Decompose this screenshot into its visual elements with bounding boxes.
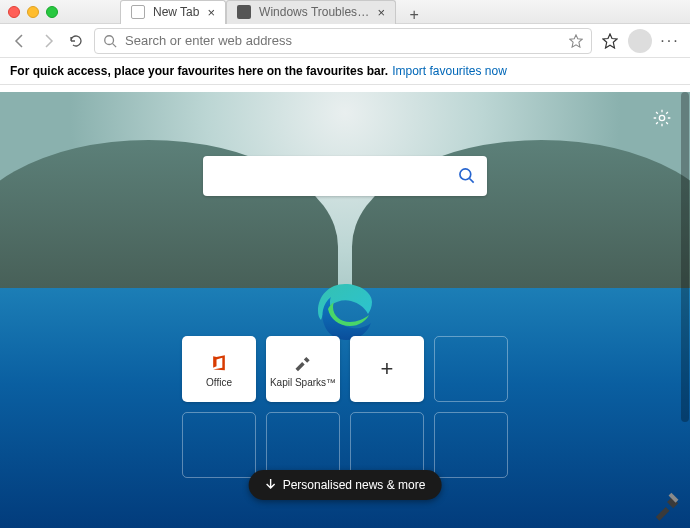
search-icon	[103, 34, 117, 48]
hammer-icon	[292, 351, 314, 373]
address-input[interactable]	[125, 33, 561, 48]
page-icon	[131, 5, 145, 19]
tile-add[interactable]: +	[350, 336, 424, 402]
svg-point-2	[460, 169, 471, 180]
gear-icon	[652, 108, 672, 128]
arrow-right-icon	[40, 33, 56, 49]
page-icon	[237, 5, 251, 19]
tile-kapil-sparks[interactable]: Kapil Sparks™	[266, 336, 340, 402]
tile-label: Office	[206, 377, 232, 388]
tile-empty[interactable]	[182, 412, 256, 478]
window-close-button[interactable]	[8, 6, 20, 18]
import-favourites-link[interactable]: Import favourites now	[392, 64, 507, 78]
browser-tab-strip: New Tab × Windows Troubleshooting, Ho… ×…	[120, 0, 424, 24]
watermark-icon	[652, 492, 682, 522]
tab-new-tab[interactable]: New Tab ×	[120, 0, 226, 24]
news-button-label: Personalised news & more	[283, 478, 426, 492]
browser-toolbar: ···	[0, 24, 690, 58]
tile-office[interactable]: Office	[182, 336, 256, 402]
refresh-button[interactable]	[66, 31, 86, 51]
menu-button[interactable]: ···	[660, 31, 680, 51]
scrollbar-thumb[interactable]	[681, 92, 689, 422]
new-tab-page: Office Kapil Sparks™ + Personalised news…	[0, 92, 690, 528]
forward-button[interactable]	[38, 31, 58, 51]
edge-logo	[313, 280, 377, 344]
search-icon[interactable]	[457, 166, 477, 186]
arrow-left-icon	[12, 33, 28, 49]
back-button[interactable]	[10, 31, 30, 51]
svg-point-1	[659, 115, 664, 120]
favourites-button[interactable]	[600, 31, 620, 51]
hammer-icon	[652, 492, 682, 522]
quick-links-grid: Office Kapil Sparks™ +	[182, 336, 508, 478]
window-minimize-button[interactable]	[27, 6, 39, 18]
ntp-search-box[interactable]	[203, 156, 487, 196]
office-icon	[208, 351, 230, 373]
tile-label: Kapil Sparks™	[270, 377, 336, 388]
refresh-icon	[68, 33, 84, 49]
personalised-news-button[interactable]: Personalised news & more	[249, 470, 442, 500]
address-bar[interactable]	[94, 28, 592, 54]
tab-windows-troubleshooting[interactable]: Windows Troubleshooting, Ho… ×	[226, 0, 396, 24]
tab-label: New Tab	[153, 5, 199, 19]
tile-empty[interactable]	[434, 336, 508, 402]
favourites-bar: For quick access, place your favourites …	[0, 58, 690, 85]
tile-empty[interactable]	[434, 412, 508, 478]
edge-icon	[313, 280, 377, 344]
plus-icon: +	[376, 358, 398, 380]
page-settings-button[interactable]	[652, 108, 672, 128]
new-tab-button[interactable]: +	[404, 6, 424, 24]
close-tab-icon[interactable]: ×	[377, 6, 385, 19]
star-outline-icon[interactable]	[569, 34, 583, 48]
favourites-hint: For quick access, place your favourites …	[10, 64, 388, 78]
os-title-bar: New Tab × Windows Troubleshooting, Ho… ×…	[0, 0, 690, 24]
ntp-search-input[interactable]	[213, 168, 457, 184]
window-maximize-button[interactable]	[46, 6, 58, 18]
tile-empty[interactable]	[266, 412, 340, 478]
svg-point-0	[105, 35, 114, 44]
vertical-scrollbar[interactable]	[681, 92, 689, 528]
star-plus-icon	[602, 33, 618, 49]
tile-empty[interactable]	[350, 412, 424, 478]
arrow-down-icon	[265, 478, 277, 490]
tab-label: Windows Troubleshooting, Ho…	[259, 5, 369, 19]
profile-avatar[interactable]	[628, 29, 652, 53]
close-tab-icon[interactable]: ×	[207, 6, 215, 19]
